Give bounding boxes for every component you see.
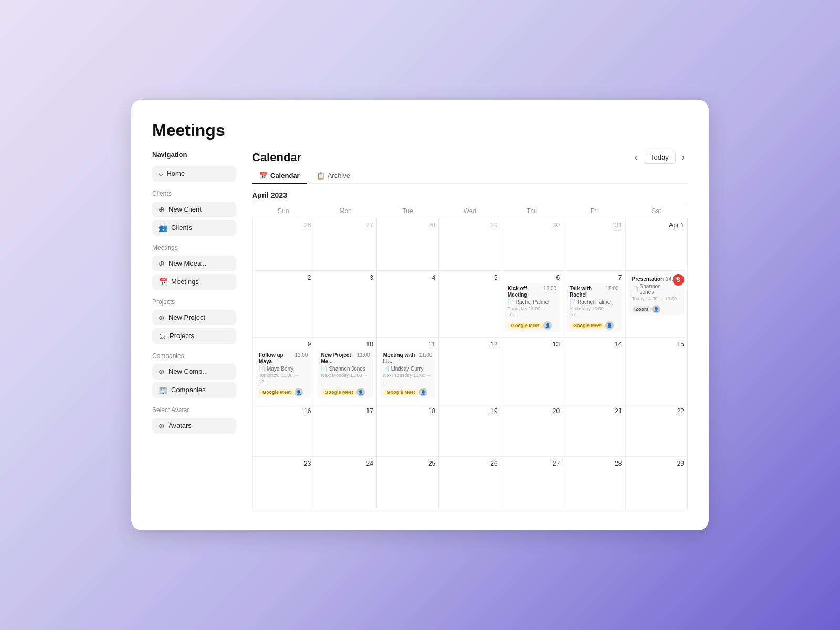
- clients-section-label: Clients: [152, 190, 236, 197]
- day-number: 26: [442, 460, 497, 467]
- meeting-name: Kick off Meeting: [508, 286, 541, 298]
- calendar-cell-w1-d1[interactable]: 3: [314, 270, 376, 337]
- meeting-card[interactable]: Kick off Meeting15:00📄Rachel PalmerThurs…: [505, 284, 560, 332]
- calendar-cell-w0-d2[interactable]: 28: [376, 218, 438, 270]
- day-header-thu: Thu: [501, 204, 563, 218]
- calendar-cell-w2-d2[interactable]: 11Meeting with Li...11:00📄Lindsay CurryN…: [376, 338, 438, 404]
- add-event-button[interactable]: +: [613, 222, 622, 231]
- today-button[interactable]: Today: [644, 151, 676, 164]
- calendar-cell-w1-d3[interactable]: 5: [439, 270, 501, 337]
- avatars-button[interactable]: ⊕ Avatars: [152, 418, 236, 434]
- tab-calendar[interactable]: 📅 Calendar: [252, 169, 307, 184]
- calendar-cell-w4-d5[interactable]: 28: [563, 457, 625, 509]
- day-number: 15: [629, 341, 684, 348]
- clients-icon: 👥: [159, 224, 167, 232]
- prev-month-button[interactable]: ‹: [632, 151, 640, 164]
- main-layout: Navigation ○ Home Clients ⊕ New Client 👥…: [152, 151, 688, 510]
- home-button[interactable]: ○ Home: [152, 166, 236, 182]
- meeting-name: Follow up Maya: [259, 352, 292, 365]
- calendar-cell-w1-d6[interactable]: 8Presentation14:00📄Shannon JonesToday 14…: [625, 270, 687, 337]
- companies-section-label: Companies: [152, 352, 236, 360]
- meeting-card[interactable]: Follow up Maya11:00📄Maya BerryTomorrow 1…: [256, 350, 311, 398]
- projects-button[interactable]: 🗂 Projects: [152, 328, 236, 344]
- meeting-card[interactable]: New Project Me...11:00📄Shannon JonesNext…: [318, 350, 373, 398]
- day-number: 3: [318, 274, 373, 281]
- day-number: 28: [380, 222, 435, 229]
- calendar-cell-w0-d1[interactable]: 27: [314, 218, 376, 270]
- calendar-cell-w3-d2[interactable]: 18: [376, 404, 438, 457]
- new-project-button[interactable]: ⊕ New Project: [152, 310, 236, 326]
- calendar-cell-w0-d0[interactable]: 26: [253, 218, 314, 270]
- calendar-cell-w1-d0[interactable]: 2: [253, 270, 314, 337]
- app-title: Meetings: [152, 121, 688, 140]
- calendar-section-title: Calendar: [252, 151, 301, 164]
- next-month-button[interactable]: ›: [679, 151, 688, 164]
- calendar-cell-w3-d0[interactable]: 16: [253, 404, 314, 457]
- calendar-cell-w3-d5[interactable]: 21: [563, 404, 625, 457]
- calendar-cell-w1-d4[interactable]: 6Kick off Meeting15:00📄Rachel PalmerThur…: [501, 270, 563, 337]
- day-number: 7: [566, 274, 622, 281]
- meetings-button[interactable]: 📅 Meetings: [152, 274, 236, 290]
- avatar: 👤: [652, 305, 660, 313]
- calendar-cell-w1-d2[interactable]: 4: [376, 270, 438, 337]
- clients-button[interactable]: 👥 Clients: [152, 220, 236, 236]
- meeting-time: 11:00: [419, 352, 432, 358]
- new-client-button[interactable]: ⊕ New Client: [152, 202, 236, 217]
- calendar-cell-w4-d0[interactable]: 23: [253, 457, 314, 509]
- calendar-cell-w4-d2[interactable]: 25: [376, 457, 438, 509]
- meeting-card[interactable]: Talk with Rachel15:00📄Rachel PalmerYeste…: [566, 284, 622, 332]
- day-number: 29: [629, 460, 684, 467]
- meeting-card[interactable]: Meeting with Li...11:00📄Lindsay CurryNex…: [380, 350, 435, 398]
- calendar-cell-w0-d5[interactable]: 31+: [563, 218, 625, 270]
- companies-button[interactable]: 🏢 Companies: [152, 382, 236, 398]
- calendar-cell-w2-d4[interactable]: 13: [501, 338, 563, 404]
- new-company-button[interactable]: ⊕ New Comp...: [152, 364, 236, 380]
- meeting-schedule: Yesterday 15:00 → 16:...: [570, 306, 618, 318]
- calendar-week-2: 9Follow up Maya11:00📄Maya BerryTomorrow …: [253, 338, 688, 404]
- calendar-cell-w2-d1[interactable]: 10New Project Me...11:00📄Shannon JonesNe…: [314, 338, 376, 404]
- calendar-cell-w2-d6[interactable]: 15: [625, 338, 687, 404]
- doc-icon: 📄: [570, 299, 576, 305]
- calendar-cell-w2-d5[interactable]: 14: [563, 338, 625, 404]
- calendar-cell-w3-d1[interactable]: 17: [314, 404, 376, 457]
- day-number: 5: [442, 274, 497, 281]
- calendar-cell-w3-d4[interactable]: 20: [501, 404, 563, 457]
- avatars-label: Avatars: [169, 422, 192, 429]
- calendar-cell-w4-d3[interactable]: 26: [439, 457, 501, 509]
- day-number: 27: [318, 222, 373, 229]
- day-header-tue: Tue: [376, 204, 438, 218]
- calendar-cell-w2-d3[interactable]: 12: [439, 338, 501, 404]
- day-number: 27: [505, 460, 560, 467]
- calendar-tab-label: Calendar: [270, 172, 300, 180]
- calendar-cell-w0-d3[interactable]: 29: [439, 218, 501, 270]
- calendar-cell-w3-d6[interactable]: 22: [625, 404, 687, 457]
- avatar: 👤: [605, 321, 614, 330]
- calendar-body: 262728293031+Apr 123456Kick off Meeting1…: [253, 218, 688, 509]
- calendar-cell-w0-d6[interactable]: Apr 1: [625, 218, 687, 270]
- new-meeting-button[interactable]: ⊕ New Meeti...: [152, 256, 236, 271]
- calendar-cell-w4-d1[interactable]: 24: [314, 457, 376, 509]
- tab-archive[interactable]: 📋 Archive: [309, 169, 358, 184]
- meeting-badge: Zoom: [632, 306, 653, 312]
- calendar-cell-w4-d4[interactable]: 27: [501, 457, 563, 509]
- avatar-icon: ⊕: [159, 422, 165, 430]
- calendar-cell-w4-d6[interactable]: 29: [625, 457, 687, 509]
- meeting-card[interactable]: Presentation14:00📄Shannon JonesToday 14:…: [629, 274, 684, 316]
- meeting-person: Shannon Jones: [640, 284, 673, 295]
- calendar-week-3: 16171819202122: [253, 404, 688, 457]
- plus-icon: ⊕: [159, 205, 165, 214]
- calendar-cell-w2-d0[interactable]: 9Follow up Maya11:00📄Maya BerryTomorrow …: [253, 338, 314, 404]
- doc-icon: 📄: [508, 299, 514, 305]
- day-number: 20: [505, 407, 560, 415]
- day-number: 19: [442, 407, 497, 415]
- doc-icon: 📄: [259, 366, 265, 372]
- new-company-label: New Comp...: [169, 368, 208, 375]
- meeting-badge: Google Meet: [508, 322, 543, 329]
- app-container: Meetings Navigation ○ Home Clients ⊕ New…: [131, 100, 709, 531]
- calendar-cell-w3-d3[interactable]: 19: [439, 404, 501, 457]
- calendar-navigation: ‹ Today ›: [632, 151, 688, 164]
- calendar-week-1: 23456Kick off Meeting15:00📄Rachel Palmer…: [253, 270, 688, 337]
- day-number: Apr 1: [629, 222, 684, 229]
- calendar-cell-w0-d4[interactable]: 30: [501, 218, 563, 270]
- calendar-cell-w1-d5[interactable]: 7Talk with Rachel15:00📄Rachel PalmerYest…: [563, 270, 625, 337]
